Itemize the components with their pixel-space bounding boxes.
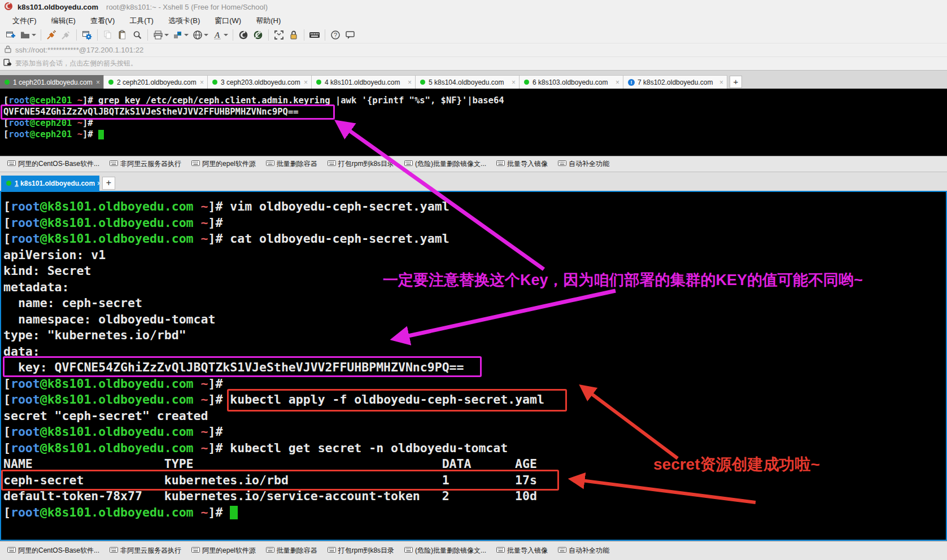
xftp-icon[interactable] [251,28,265,42]
session-tab[interactable]: 1 ceph201.oldboyedu.com× [0,75,104,89]
session-tab[interactable]: !7 k8s102.oldboyedu.com× [623,75,727,89]
quick-command-button[interactable]: (危险)批量删除镜像文... [400,158,490,170]
keyboard-icon [558,546,566,555]
web-icon[interactable] [190,28,205,42]
quick-command-button[interactable]: 自动补全功能 [554,544,613,557]
close-tab-icon[interactable]: × [616,78,619,86]
terminal-line: name: ceph-secret [3,295,946,312]
help-icon[interactable]: ? [328,28,343,42]
connect-icon[interactable] [44,28,59,42]
title-bar: k8s101.oldboyedu.com root@k8s101:~ - Xsh… [0,0,947,14]
session-tab[interactable]: 6 k8s103.oldboyedu.com× [520,75,623,89]
copy-icon [101,28,115,42]
terminal-line: default-token-78x77 kubernetes.io/servic… [3,488,946,505]
terminal-cursor [230,506,237,519]
chat-icon[interactable] [343,28,357,42]
close-tab-icon[interactable]: × [408,78,412,86]
keyboard-icon [191,546,200,555]
quick-command-button[interactable]: 批量删除容器 [262,544,321,557]
quick-command-button[interactable]: 打包rpm到k8s目录 [324,158,398,170]
new-tab-button[interactable]: + [730,76,742,88]
quick-command-button[interactable]: 阿里的epel软件源 [187,544,260,557]
quick-command-label: 阿里的epel软件源 [202,546,256,555]
quick-command-label: 非阿里云服务器执行 [120,546,181,555]
xagent-icon[interactable] [236,28,251,42]
open-session-icon[interactable] [18,28,33,42]
terminal-line: namespace: oldboyedu-tomcat [3,312,946,328]
close-tab-icon[interactable]: × [96,78,100,86]
terminal-line: [root@k8s101.oldboyedu.com ~]# cat oldbo… [3,231,946,247]
session2-tab-strip: 1 k8s101.oldboyedu.com × + [0,172,947,191]
session-tab-strip: 1 ceph201.oldboyedu.com×2 ceph201.oldboy… [0,70,947,89]
fullscreen-icon[interactable] [272,28,286,42]
paste-icon[interactable] [115,28,130,42]
quick-command-button[interactable]: 批量删除容器 [262,158,321,170]
print-icon[interactable] [151,28,165,42]
quick-command-bar-bottom: 阿里的CentOS-Base软件...非阿里云服务器执行阿里的epel软件源批量… [0,541,947,560]
terminal-line: [root@k8s101.oldboyedu.com ~]# [3,505,946,521]
keyboard-icon [110,546,118,555]
transfer-icon[interactable] [171,28,185,42]
session-properties-icon[interactable] [80,28,94,42]
lock-icon[interactable] [286,28,301,42]
session-tab[interactable]: 3 ceph203.oldboyedu.com× [208,75,312,89]
disconnect-icon [59,28,73,42]
address-bar[interactable]: ssh://root:***********@172.200.1.101:22 [0,43,947,56]
font-caret[interactable] [224,34,228,36]
quick-command-button[interactable]: 阿里的CentOS-Base软件... [3,158,103,170]
menu-item[interactable]: 工具(T) [123,15,160,27]
close-tab-icon[interactable]: × [200,78,204,86]
connected-dot-icon [316,80,321,85]
close-tab-icon[interactable]: × [304,78,308,86]
terminal-line: secret "ceph-secret" created [3,408,946,425]
menu-item[interactable]: 选项卡(B) [162,15,207,27]
font-icon[interactable]: A [210,28,225,42]
print-caret[interactable] [164,34,169,36]
quick-command-button[interactable]: 打包rpm到k8s目录 [324,544,398,557]
hint-text: 要添加当前会话，点击左侧的箭头按钮。 [15,59,137,68]
svg-text:?: ? [334,32,337,38]
quick-command-button[interactable]: 非阿里云服务器执行 [106,158,185,170]
session-tab[interactable]: 5 k8s104.oldboyedu.com× [416,75,520,89]
quick-command-button[interactable]: 阿里的epel软件源 [187,158,260,170]
annotation-key-note: 一定要注意替换这个Key，因为咱们部署的集群的KEY的值可能不同哟~ [383,270,863,290]
keyboard-icon[interactable] [307,28,322,42]
quick-command-label: 打包rpm到k8s目录 [338,546,394,555]
session-tab[interactable]: 2 ceph201.oldboyedu.com× [104,75,208,89]
add-session-arrow-icon[interactable] [3,59,12,69]
find-icon[interactable] [130,28,145,42]
tab-label: 4 k8s101.oldboyedu.com [325,78,405,86]
terminal-k8s101[interactable]: [root@k8s101.oldboyedu.com ~]# vim oldbo… [0,191,947,541]
close-tab-icon[interactable]: × [512,78,516,86]
open-session-caret[interactable] [32,34,36,36]
session-tab-k8s101[interactable]: 1 k8s101.oldboyedu.com × [1,176,99,191]
terminal-ceph201[interactable]: [root@ceph201 ~]# grep key /etc/ceph/cep… [0,89,947,156]
quick-command-button[interactable]: (危险)批量删除镜像文... [400,544,490,557]
menu-item[interactable]: 编辑(E) [45,15,82,27]
close-tab-icon[interactable]: × [719,78,723,86]
quick-command-button[interactable]: 自动补全功能 [554,158,613,170]
session-tab[interactable]: 4 k8s101.oldboyedu.com× [312,75,416,89]
menu-bar: 文件(F)编辑(E)查看(V)工具(T)选项卡(B)窗口(W)帮助(H) [0,14,947,27]
quick-command-label: 自动补全功能 [569,546,609,555]
quick-command-button[interactable]: 批量导入镜像 [492,158,552,170]
web-caret[interactable] [204,34,208,36]
quick-command-button[interactable]: 阿里的CentOS-Base软件... [3,544,103,557]
transfer-caret[interactable] [184,34,189,36]
quick-command-button[interactable]: 批量导入镜像 [492,544,552,557]
quick-command-button[interactable]: 非阿里云服务器执行 [106,544,185,557]
terminal-line: data: [3,344,946,360]
keyboard-icon [404,546,413,555]
menu-item[interactable]: 文件(F) [6,15,43,27]
menu-item[interactable]: 查看(V) [84,15,121,27]
new-tab-button[interactable]: + [102,177,115,190]
connected-dot-icon [420,80,425,85]
menu-item[interactable]: 窗口(W) [208,15,248,27]
ssl-lock-icon [5,45,11,55]
tab-number: 1 [15,180,19,187]
menu-item[interactable]: 帮助(H) [249,15,287,27]
close-tab-icon[interactable]: × [97,180,101,187]
quick-command-label: 阿里的epel软件源 [202,159,256,169]
quick-command-label: (危险)批量删除镜像文... [415,159,486,169]
new-session-icon[interactable] [3,28,18,42]
